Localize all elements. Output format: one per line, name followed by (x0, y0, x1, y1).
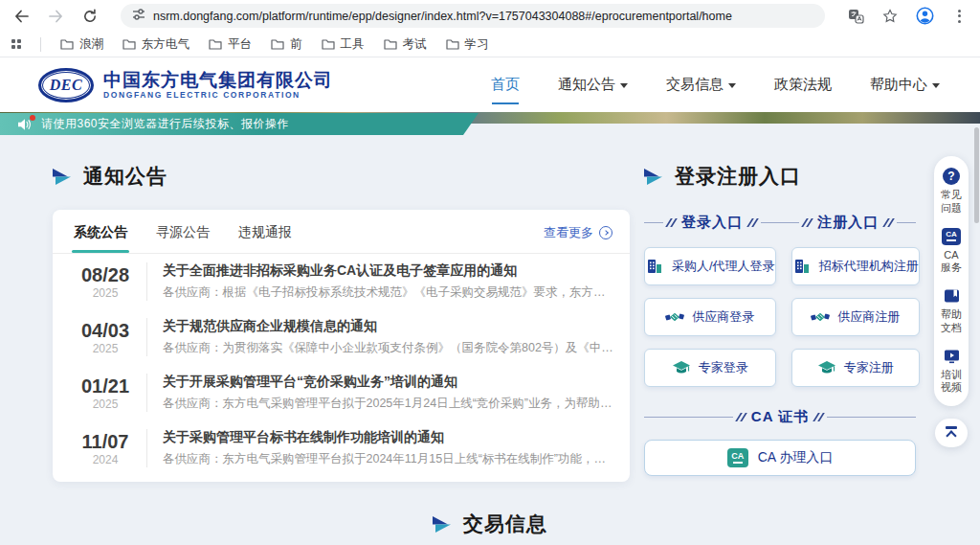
help-docs-button[interactable]: 帮助文档 (941, 287, 962, 335)
expert-register-button[interactable]: 专家注册 (791, 349, 920, 387)
notices-section-header: 通知公告 (53, 163, 630, 190)
supplier-login-button[interactable]: 供应商登录 (644, 298, 776, 336)
handshake-icon (665, 307, 684, 327)
entry-buttons-grid: 采购人/代理人登录 招标代理机构注册 供应商登录 供应商注册 专家登录 (644, 247, 916, 387)
folder-icon (209, 38, 222, 50)
bookmark-folder[interactable]: 考试 (384, 36, 427, 53)
notices-tabs: 系统公告 寻源公告 违规通报 查看更多 (53, 210, 630, 253)
folder-icon (60, 38, 74, 50)
announcement-text: 请使用360安全浏览器进行后续投标、报价操作 (41, 116, 289, 132)
ca-apply-entry-button[interactable]: CA CA 办理入口 (644, 440, 916, 476)
scroll-top-icon (946, 426, 957, 429)
org-building-icon (792, 257, 812, 276)
translate-icon[interactable] (846, 7, 865, 26)
ca-badge-icon: CA (727, 448, 748, 467)
expert-login-button[interactable]: 专家登录 (644, 349, 776, 387)
notification-dot (30, 115, 35, 121)
view-more-link[interactable]: 查看更多 (544, 224, 612, 253)
ca-section-header: CA 证书 (644, 408, 916, 426)
purchaser-agent-login-button[interactable]: 采购人/代理人登录 (644, 247, 776, 285)
nav-notices[interactable]: 通知公告 (558, 72, 628, 98)
bookmark-folder[interactable]: 平台 (209, 36, 252, 53)
announcement-bar: 请使用360安全浏览器进行后续投标、报价操作 (0, 113, 479, 135)
divider (146, 429, 147, 467)
ca-badge-icon: CA (942, 228, 961, 245)
notices-card: 系统公告 寻源公告 违规通报 查看更多 08/28 2025 关于全面推进非招标… (53, 210, 630, 482)
bookmarks-bar: 浪潮 东方电气 平台 前 工具 考试 学习 (0, 32, 980, 57)
nav-help-center[interactable]: 帮助中心 (870, 72, 940, 98)
browser-menu-icon[interactable] (949, 7, 969, 26)
tab-system-notices[interactable]: 系统公告 (74, 224, 127, 253)
notice-date: 11/07 2024 (70, 430, 141, 466)
handshake-icon (811, 307, 830, 327)
bidding-agency-register-button[interactable]: 招标代理机构注册 (791, 247, 920, 285)
divider (146, 318, 147, 356)
book-icon (943, 287, 961, 305)
back-icon[interactable] (11, 7, 31, 26)
org-building-icon (645, 257, 664, 276)
apps-grid-icon[interactable] (11, 39, 21, 49)
refresh-icon[interactable] (80, 7, 100, 26)
folder-icon (122, 38, 136, 50)
training-videos-button[interactable]: 培训视频 (941, 348, 962, 396)
supplier-register-button[interactable]: 供应商注册 (791, 298, 920, 336)
chevron-down-icon (932, 83, 940, 88)
folder-icon (384, 38, 397, 50)
address-bar[interactable]: nsrm.dongfang.com/platform/runtime/epp/d… (121, 4, 825, 28)
question-mark-icon: ? (943, 168, 960, 185)
company-logo[interactable]: DEC 中国东方电气集团有限公司 DONGFANG ELECTRIC CORPO… (38, 68, 333, 102)
notice-title: 关于规范供应商企业规模信息的通知 (163, 318, 614, 335)
bookmark-folder[interactable]: 前 (271, 36, 302, 53)
notice-date: 04/03 2025 (70, 319, 141, 355)
folder-icon (271, 38, 284, 50)
chevron-down-icon (728, 83, 736, 88)
notice-row[interactable]: 11/07 2024 关于采购管理平台标书在线制作功能培训的通知 各供应商：东方… (53, 420, 630, 476)
login-register-panel: 登录注册入口 登录入口 注册入口 采购人/代理人登录 (635, 163, 922, 476)
notice-desc: 各供应商：为贯彻落实《保障中小企业款项支付条例》（国务院令第802号）及《中小企… (163, 340, 614, 356)
notice-row[interactable]: 04/03 2025 关于规范供应商企业规模信息的通知 各供应商：为贯彻落实《保… (53, 309, 630, 365)
page-scrollbar[interactable] (974, 127, 979, 223)
faq-button[interactable]: ? 常见问题 (941, 168, 962, 216)
notice-desc: 各供应商：东方电气采购管理平台拟于2024年11月15日上线“标书在线制作”功能… (163, 451, 614, 467)
notice-row[interactable]: 01/21 2025 关于开展采购管理平台“竞价采购业务”培训的通知 各供应商：… (53, 365, 630, 420)
forward-icon[interactable] (46, 7, 65, 26)
bookmark-folder[interactable]: 学习 (446, 36, 489, 53)
speaker-icon (17, 118, 32, 131)
dec-logo-icon: DEC (38, 68, 94, 102)
folder-icon (446, 38, 459, 50)
section-title: 通知公告 (83, 163, 167, 190)
nav-policies[interactable]: 政策法规 (774, 72, 832, 98)
bookmark-star-icon[interactable] (880, 7, 900, 26)
notice-title: 关于开展采购管理平台“竞价采购业务”培训的通知 (163, 374, 614, 391)
profile-avatar-icon[interactable] (915, 7, 934, 26)
login-section-header: 登录注册入口 (644, 163, 916, 190)
page: nsrm.dongfang.com/platform/runtime/epp/d… (0, 0, 980, 545)
scroll-to-top-button[interactable] (935, 419, 968, 447)
main-nav: 首页 通知公告 交易信息 政策法规 帮助中心 (491, 72, 940, 98)
notice-row[interactable]: 08/28 2025 关于全面推进非招标采购业务CA认证及电子签章应用的通知 各… (53, 254, 630, 309)
bookmarks-separator (40, 37, 41, 52)
video-icon (943, 348, 961, 365)
tab-sourcing-notices[interactable]: 寻源公告 (156, 224, 210, 253)
company-name-cn: 中国东方电气集团有限公司 (103, 70, 333, 91)
bookmark-folder[interactable]: 浪潮 (60, 36, 103, 53)
url-text: nsrm.dongfang.com/platform/runtime/epp/d… (153, 10, 732, 23)
notice-date: 01/21 2025 (70, 375, 141, 411)
nav-trade-info[interactable]: 交易信息 (666, 72, 736, 98)
graduation-cap-icon (817, 358, 836, 377)
folder-icon (322, 38, 335, 50)
section-arrow-icon (53, 169, 72, 185)
notice-title: 关于采购管理平台标书在线制作功能培训的通知 (163, 429, 614, 446)
ca-service-button[interactable]: CA CA服务 (941, 228, 962, 276)
site-settings-tune-icon[interactable] (132, 8, 145, 25)
nav-home[interactable]: 首页 (491, 72, 520, 98)
ca-certificate-section: CA 证书 CA CA 办理入口 (644, 408, 916, 476)
browser-toolbar: nsrm.dongfang.com/platform/runtime/epp/d… (0, 0, 980, 32)
register-entry-header: 注册入口 (780, 214, 916, 232)
notices-section: 通知公告 系统公告 寻源公告 违规通报 查看更多 08/28 2025 (53, 163, 630, 482)
bookmark-folder[interactable]: 东方电气 (122, 36, 189, 53)
bookmark-folder[interactable]: 工具 (322, 36, 365, 53)
tab-violation-reports[interactable]: 违规通报 (238, 224, 292, 253)
floating-help-rail: ? 常见问题 CA CA服务 帮助文档 培训视频 (934, 156, 969, 406)
divider (146, 262, 147, 301)
